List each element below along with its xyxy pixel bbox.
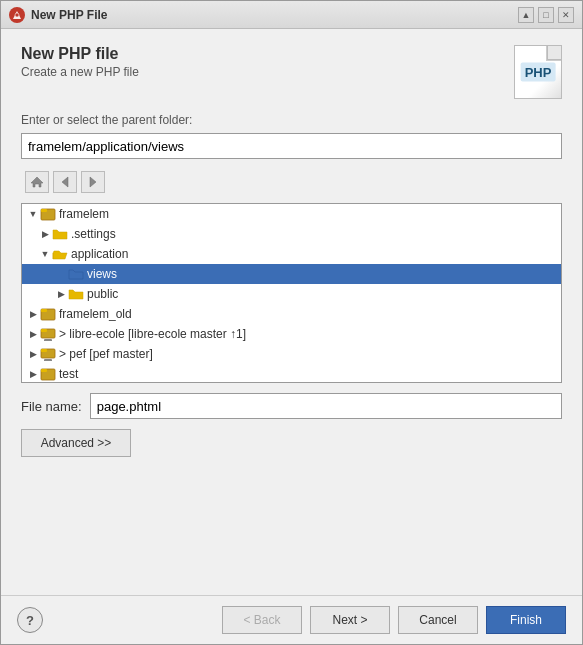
svg-rect-16 — [41, 369, 47, 372]
tree-label-pef: > pef [pef master] — [59, 347, 153, 361]
footer-buttons: < Back Next > Cancel Finish — [222, 606, 566, 634]
filename-section: File name: — [21, 393, 562, 419]
tree-label-settings: .settings — [71, 227, 116, 241]
project-icon-pef — [40, 346, 56, 362]
header-section: New PHP file Create a new PHP file PHP — [21, 45, 562, 99]
content-spacer — [21, 457, 562, 583]
dialog: New PHP File ▲ □ ✕ New PHP file Create a… — [0, 0, 583, 645]
expand-toggle: ▶ — [26, 367, 40, 381]
svg-rect-10 — [41, 329, 47, 332]
home-icon — [30, 175, 44, 189]
project-icon — [40, 206, 56, 222]
folder-label: Enter or select the parent folder: — [21, 113, 562, 127]
tree-item-test[interactable]: ▶ test — [22, 364, 561, 383]
svg-marker-3 — [62, 177, 68, 187]
expand-toggle: ▶ — [38, 227, 52, 241]
svg-rect-14 — [44, 359, 52, 361]
dialog-content: New PHP file Create a new PHP file PHP E… — [1, 29, 582, 595]
tree-label-public: public — [87, 287, 118, 301]
dialog-footer: ? < Back Next > Cancel Finish — [1, 595, 582, 644]
expand-toggle: ▶ — [26, 327, 40, 341]
maximize-button[interactable]: □ — [538, 7, 554, 23]
path-input[interactable] — [21, 133, 562, 159]
project-icon-libre — [40, 326, 56, 342]
tree-item-libre-ecole[interactable]: ▶ > libre-ecole [libre-ecole master ↑1] — [22, 324, 561, 344]
filename-input[interactable] — [90, 393, 562, 419]
svg-marker-2 — [31, 177, 43, 187]
svg-rect-11 — [44, 339, 52, 341]
tree-item-application[interactable]: ▼ application — [22, 244, 561, 264]
tree-label-views: views — [87, 267, 117, 281]
svg-rect-6 — [41, 209, 47, 212]
next-button[interactable]: Next > — [310, 606, 390, 634]
tree-label-application: application — [71, 247, 128, 261]
tree-item-public[interactable]: ▶ public — [22, 284, 561, 304]
filename-label: File name: — [21, 399, 82, 414]
folder-icon-settings — [52, 226, 68, 242]
back-button[interactable]: < Back — [222, 606, 302, 634]
title-bar: New PHP File ▲ □ ✕ — [1, 1, 582, 29]
expand-toggle — [54, 267, 68, 281]
tree-label-libre-ecole: > libre-ecole [libre-ecole master ↑1] — [59, 327, 246, 341]
svg-rect-8 — [41, 309, 47, 312]
folder-tree[interactable]: ▼ framelem ▶ .settings ▼ applic — [21, 203, 562, 383]
expand-toggle: ▼ — [26, 207, 40, 221]
svg-marker-4 — [90, 177, 96, 187]
svg-point-1 — [15, 13, 19, 17]
tree-item-framelem[interactable]: ▼ framelem — [22, 204, 561, 224]
tree-item-pef[interactable]: ▶ > pef [pef master] — [22, 344, 561, 364]
tree-toolbar — [21, 167, 562, 197]
tree-item-settings[interactable]: ▶ .settings — [22, 224, 561, 244]
php-label: PHP — [521, 63, 556, 82]
tree-label-test: test — [59, 367, 78, 381]
folder-open-icon-application — [52, 246, 68, 262]
expand-toggle: ▼ — [38, 247, 52, 261]
main-title: New PHP file — [21, 45, 139, 63]
title-bar-controls: ▲ □ ✕ — [518, 7, 574, 23]
tree-item-framelem-old[interactable]: ▶ framelem_old — [22, 304, 561, 324]
expand-toggle: ▶ — [26, 307, 40, 321]
tree-label-framelem-old: framelem_old — [59, 307, 132, 321]
back-button[interactable] — [53, 171, 77, 193]
tree-label-framelem: framelem — [59, 207, 109, 221]
svg-rect-13 — [41, 349, 47, 352]
header-titles: New PHP file Create a new PHP file — [21, 45, 139, 79]
sub-title: Create a new PHP file — [21, 65, 139, 79]
dialog-title: New PHP File — [31, 8, 512, 22]
tree-item-views[interactable]: views — [22, 264, 561, 284]
minimize-button[interactable]: ▲ — [518, 7, 534, 23]
project-icon-test — [40, 366, 56, 382]
expand-toggle: ▶ — [26, 347, 40, 361]
help-button[interactable]: ? — [17, 607, 43, 633]
cancel-button[interactable]: Cancel — [398, 606, 478, 634]
forward-button[interactable] — [81, 171, 105, 193]
forward-icon — [86, 175, 100, 189]
expand-toggle: ▶ — [54, 287, 68, 301]
home-button[interactable] — [25, 171, 49, 193]
back-icon — [58, 175, 72, 189]
advanced-button[interactable]: Advanced >> — [21, 429, 131, 457]
views-folder-icon — [68, 266, 84, 282]
close-button[interactable]: ✕ — [558, 7, 574, 23]
finish-button[interactable]: Finish — [486, 606, 566, 634]
file-corner — [547, 46, 561, 60]
php-file-icon: PHP — [514, 45, 562, 99]
folder-icon-public — [68, 286, 84, 302]
dialog-icon — [9, 7, 25, 23]
project-icon-old — [40, 306, 56, 322]
